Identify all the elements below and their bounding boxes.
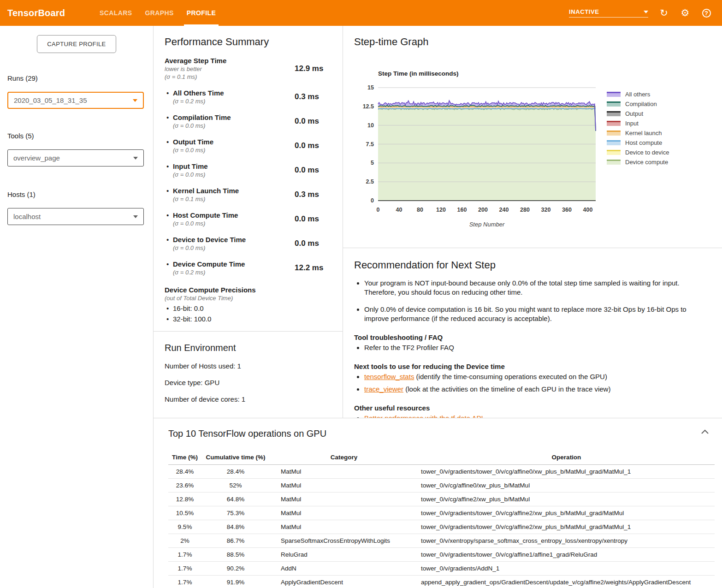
average-step-time-metric: Average Step Time lower is better (σ = 0… [165,57,331,80]
svg-text:Step Time (in milliseconds): Step Time (in milliseconds) [378,70,459,77]
device-cores: Number of device cores: 1 [165,395,331,403]
next-tools-heading: Next tools to use for reducing the Devic… [354,362,711,370]
legend-label: Device compute [625,159,668,166]
tab-profile[interactable]: PROFILE [180,0,222,26]
table-cell: 1.7% [168,576,201,588]
top-ops-card: Top 10 TensorFlow operations on GPU Time… [154,418,722,588]
tab-scalars[interactable]: SCALARS [93,0,138,26]
legend-label: Kernel launch [625,130,662,137]
bullet: • [165,187,173,202]
tool-item: trace_viewer (look at the activities on … [364,385,708,394]
table-cell: 52% [201,479,270,493]
chevron-down-icon [133,99,137,102]
metric-sigma: (σ = 0.2 ms) [173,98,224,105]
nav-tabs: SCALARS GRAPHS PROFILE [93,0,222,26]
table-row: 12.8%64.8%MatMultower_0/v/cg/affine2/xw_… [168,493,715,506]
run-environment-card: Run Environment Number of Hosts used: 1 … [154,332,343,414]
table-cell: MatMul [270,493,418,506]
metric-sigma: (σ = 0.1 ms) [173,196,239,202]
metric-sigma: (σ = 0.0 ms) [173,220,238,227]
precision-32bit: 32-bit: 100.0 [173,315,211,323]
table-row: 9.5%84.8%MatMultower_0/v/gradients/tower… [168,520,715,534]
tensorflow-stats-link[interactable]: tensorflow_stats [364,373,414,380]
table-row: 28.4%28.4%MatMultower_0/v/gradients/towe… [168,465,715,479]
metric-row: •Output Time(σ = 0.0 ms)0.0 ms [165,138,331,154]
step-time-graph-title: Step-time Graph [354,36,711,48]
bullet: • [165,315,173,323]
runs-dropdown[interactable]: 2020_03_05_18_31_35 [7,92,144,109]
table-row: 1.7%91.9%ApplyGradientDescentappend_appl… [168,576,715,588]
performance-summary-title: Performance Summary [165,36,331,48]
table-row: 23.6%52%MatMultower_0/v/cg/affine0/xw_pl… [168,479,715,493]
legend-label: Host compute [625,139,662,146]
status-dropdown-value: INACTIVE [569,8,599,15]
legend-swatch [607,131,621,136]
svg-text:Step Number: Step Number [469,221,505,227]
chevron-down-icon [133,215,138,218]
metric-sigma: (σ = 0.0 ms) [173,122,231,129]
svg-text:240: 240 [499,207,509,213]
metric-note: lower is better [165,65,295,72]
legend-label: Input [625,120,639,127]
svg-text:320: 320 [541,207,551,213]
metric-value: 0.3 ms [295,92,319,101]
legend-label: Compilation [625,101,657,107]
metric-value: 12.2 ms [295,263,323,273]
recommendation-item: Only 0.0% of device computation is 16 bi… [364,305,708,323]
gear-icon[interactable]: ⚙ [680,7,691,18]
table-cell: 91.9% [201,576,270,588]
tools-dropdown-value: overview_page [13,154,60,162]
tools-dropdown[interactable]: overview_page [7,149,144,166]
metric-row: •Device to Device Time(σ = 0.0 ms)0.0 ms [165,236,331,251]
legend-swatch [607,140,621,145]
table-cell: 90.2% [201,562,270,576]
table-cell: 84.8% [201,520,270,534]
run-environment-title: Run Environment [165,343,331,353]
app-title: TensorBoard [7,8,72,18]
tab-graphs[interactable]: GRAPHS [138,0,180,26]
bullet: • [165,113,173,129]
metric-label: All Others Time [173,89,224,97]
table-cell: 12.8% [168,493,201,506]
chevron-down-icon [133,157,138,160]
status-dropdown[interactable]: INACTIVE [569,8,648,18]
table-cell: 75.3% [201,506,270,520]
legend-item: Host compute [607,138,669,148]
refresh-icon[interactable]: ↻ [658,7,669,18]
recommendation-title: Recommendation for Next Step [354,259,711,271]
table-cell: 86.7% [201,534,270,548]
help-icon[interactable]: ? [701,7,712,18]
table-cell: tower_0/v/cg/affine0/xw_plus_b/MatMul [418,479,715,493]
other-resources-heading: Other useful resources [354,404,711,412]
resource-item: Better performance with the tf.data API [364,414,708,418]
bullet: • [165,89,173,105]
table-cell: MatMul [270,506,418,520]
svg-text:10: 10 [367,122,374,129]
metric-value: 0.0 ms [295,166,319,175]
col-cumulative: Cumulative time (%) [201,450,270,465]
col-category: Category [270,450,418,465]
recommendation-item: Your program is NOT input-bound because … [364,279,708,297]
legend-swatch [607,111,621,116]
capture-profile-button[interactable]: CAPTURE PROFILE [37,35,116,53]
table-cell: MatMul [270,479,418,493]
metric-label: Host Compute Time [173,211,238,219]
svg-text:400: 400 [583,207,593,213]
hosts-dropdown[interactable]: localhost [7,208,144,225]
metric-label: Device Compute Time [173,260,245,268]
legend-item: Output [607,109,669,119]
step-time-chart: 02.557.51012.515040801201602002402803203… [354,68,603,227]
svg-text:12.5: 12.5 [363,103,374,110]
bullet: • [165,260,173,276]
table-cell: tower_0/v/gradients/tower_0/v/cg/affine1… [418,548,715,562]
table-cell: tower_0/v/gradients/AddN_1 [418,562,715,576]
faq-heading: Tool troubleshooting / FAQ [354,333,711,341]
tfdata-performance-link[interactable]: Better performance with the tf.data API [364,414,483,418]
legend-swatch [607,121,621,126]
top-ops-table: Time (%) Cumulative time (%) Category Op… [168,450,715,588]
svg-text:15: 15 [367,84,374,91]
svg-text:360: 360 [562,207,572,213]
collapse-chevron-up-icon[interactable] [701,428,709,437]
tool-desc: (identify the time-consuming operations … [414,373,607,380]
trace-viewer-link[interactable]: trace_viewer [364,385,403,393]
